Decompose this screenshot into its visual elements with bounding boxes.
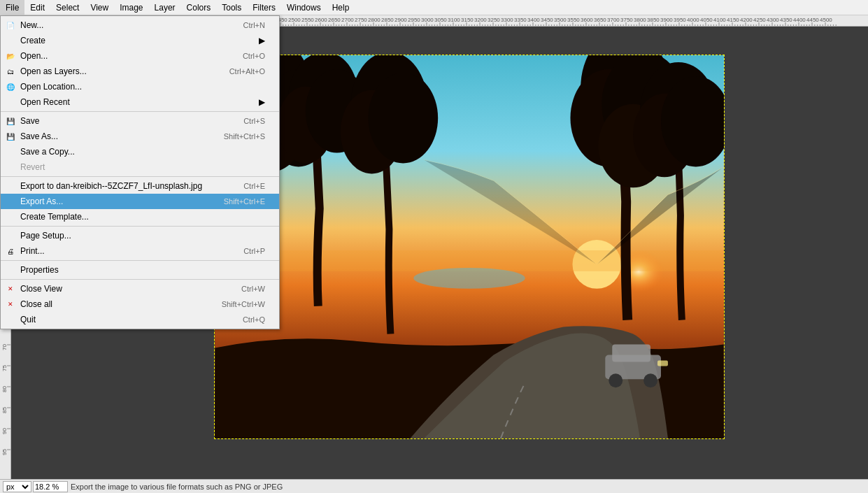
svg-rect-22 <box>612 344 650 362</box>
svg-point-23 <box>609 373 622 387</box>
menu-view[interactable]: View <box>85 0 114 15</box>
menu-item-close-view[interactable]: ✕ Close View Ctrl+W <box>1 281 279 296</box>
submenu-arrow-create: ▶ <box>259 36 265 45</box>
menu-edit[interactable]: Edit <box>24 0 50 15</box>
menu-item-save-as[interactable]: 💾 Save As... Shift+Ctrl+S <box>1 129 279 144</box>
separator-3 <box>1 226 279 227</box>
menu-item-create-template[interactable]: Create Template... <box>1 209 279 224</box>
status-text: Export the image to various file formats… <box>71 483 283 491</box>
separator-1 <box>1 111 279 112</box>
menu-item-create[interactable]: Create ▶ <box>1 33 279 48</box>
menu-filters[interactable]: Filters <box>247 0 281 15</box>
svg-point-24 <box>643 373 657 387</box>
menu-item-open-layers[interactable]: 🗂 Open as Layers... Ctrl+Alt+O <box>1 64 279 79</box>
unit-select[interactable]: px mm in <box>3 481 31 492</box>
menu-item-save-copy[interactable]: Save a Copy... <box>1 144 279 159</box>
submenu-arrow-recent: ▶ <box>259 97 265 107</box>
globe-icon: 🌐 <box>5 81 16 92</box>
save-icon: 💾 <box>5 115 16 127</box>
menu-item-new[interactable]: 📄 New... Ctrl+N <box>1 17 279 33</box>
open-icon: 📂 <box>5 50 16 62</box>
menu-item-open-location[interactable]: 🌐 Open Location... <box>1 79 279 94</box>
menu-help[interactable]: Help <box>327 0 355 15</box>
close-all-icon: ✕ <box>5 299 16 310</box>
separator-2 <box>1 176 279 177</box>
menu-image[interactable]: Image <box>114 0 148 15</box>
menu-item-print[interactable]: 🖨 Print... Ctrl+P <box>1 243 279 259</box>
menu-item-open-recent[interactable]: Open Recent ▶ <box>1 94 279 110</box>
open-layers-icon: 🗂 <box>5 66 16 77</box>
menu-layer[interactable]: Layer <box>149 0 181 15</box>
separator-5 <box>1 279 279 280</box>
menu-select[interactable]: Select <box>50 0 85 15</box>
menu-colors[interactable]: Colors <box>181 0 217 15</box>
menu-item-export[interactable]: Export to dan-kreibich--5ZCZF7_LfI-unspl… <box>1 178 279 194</box>
menu-item-quit[interactable]: Quit Ctrl+Q <box>1 312 279 327</box>
svg-rect-25 <box>657 360 668 366</box>
menu-windows[interactable]: Windows <box>281 0 327 15</box>
image-canvas <box>214 55 725 439</box>
menu-tools[interactable]: Tools <box>216 0 247 15</box>
close-view-icon: ✕ <box>5 283 16 294</box>
zoom-value[interactable]: 18.2 % <box>33 481 68 492</box>
menu-file[interactable]: File <box>0 0 24 15</box>
save-as-icon: 💾 <box>5 131 16 142</box>
menu-item-page-setup[interactable]: Page Setup... <box>1 228 279 243</box>
menu-item-open[interactable]: 📂 Open... Ctrl+O <box>1 48 279 64</box>
menu-item-close-all[interactable]: ✕ Close all Shift+Ctrl+W <box>1 296 279 312</box>
statusbar: px mm in 18.2 % Export the image to vari… <box>0 479 868 493</box>
image-content <box>215 55 724 438</box>
file-menu-dropdown: 📄 New... Ctrl+N Create ▶ 📂 Open... Ctrl+… <box>0 15 280 329</box>
menu-item-revert: Revert <box>1 159 279 175</box>
menu-item-save[interactable]: 💾 Save Ctrl+S <box>1 113 279 129</box>
svg-point-26 <box>413 268 525 289</box>
new-icon: 📄 <box>5 20 16 31</box>
print-icon: 🖨 <box>5 245 16 257</box>
menubar: File Edit Select View Image Layer Colors… <box>0 0 868 15</box>
menu-item-export-as[interactable]: Export As... Shift+Ctrl+E <box>1 194 279 209</box>
zoom-display: px mm in 18.2 % <box>3 481 68 492</box>
menu-item-properties[interactable]: Properties <box>1 262 279 278</box>
separator-4 <box>1 260 279 261</box>
svg-point-13 <box>369 73 439 164</box>
